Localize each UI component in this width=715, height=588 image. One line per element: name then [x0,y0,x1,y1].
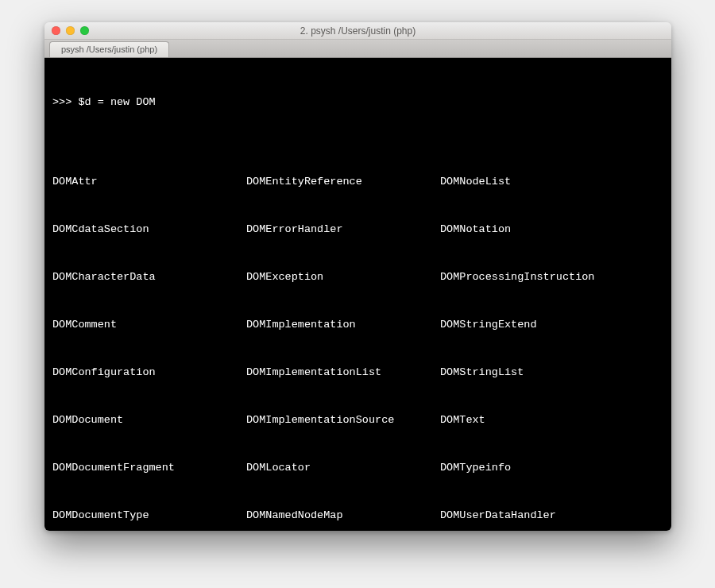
completion-col-2: DOMEntityReference DOMErrorHandler DOMEx… [246,142,440,531]
completion-col-3: DOMNodeList DOMNotation DOMProcessingIns… [440,142,634,531]
completion-item: DOMUserDataHandler [440,508,634,524]
close-button[interactable] [52,26,60,35]
tab-psysh[interactable]: psysh /Users/justin (php) [49,41,169,57]
completion-item: DOMImplementationList [246,365,440,381]
completion-item: DOMText [440,412,634,428]
completion-item: DOMComment [52,317,246,333]
completion-item: DOMErrorHandler [246,222,440,238]
completion-item: DOMNodeList [440,174,634,190]
completion-item: DOMStringExtend [440,317,634,333]
completion-item: DOMDocumentType [52,508,246,524]
completion-item: DOMNotation [440,222,634,238]
completion-item: DOMProcessingInstruction [440,269,634,285]
completion-item: DOMImplementation [246,317,440,333]
completion-item: DOMTypeinfo [440,460,634,476]
completion-item: DOMDocumentFragment [52,460,246,476]
completion-item: DOMEntityReference [246,174,440,190]
minimize-button[interactable] [66,26,75,35]
completion-item: DOMLocator [246,460,440,476]
terminal-window: 2. psysh /Users/justin (php) psysh /User… [44,22,671,531]
prompt-text: >>> $d = new DOM [52,95,156,110]
titlebar: 2. psysh /Users/justin (php) [44,22,671,40]
completion-item: DOMCharacterData [52,269,246,285]
completion-item: DOMStringList [440,365,634,381]
completion-item: DOMConfiguration [52,365,246,381]
completion-list: DOMAttr DOMCdataSection DOMCharacterData… [52,142,663,531]
prompt-line-1: >>> $d = new DOM [52,95,663,110]
traffic-lights [44,26,89,35]
completion-item: DOMImplementationSource [246,412,440,428]
window-title: 2. psysh /Users/justin (php) [44,25,671,37]
terminal-body[interactable]: >>> $d = new DOM DOMAttr DOMCdataSection… [44,58,671,531]
zoom-button[interactable] [80,26,89,35]
completion-item: DOMNamedNodeMap [246,508,440,524]
completion-item: DOMCdataSection [52,222,246,238]
completion-item: DOMDocument [52,412,246,428]
completion-item: DOMAttr [52,174,246,190]
tab-bar: psysh /Users/justin (php) [44,40,671,58]
completion-item: DOMException [246,269,440,285]
completion-col-1: DOMAttr DOMCdataSection DOMCharacterData… [52,142,246,531]
